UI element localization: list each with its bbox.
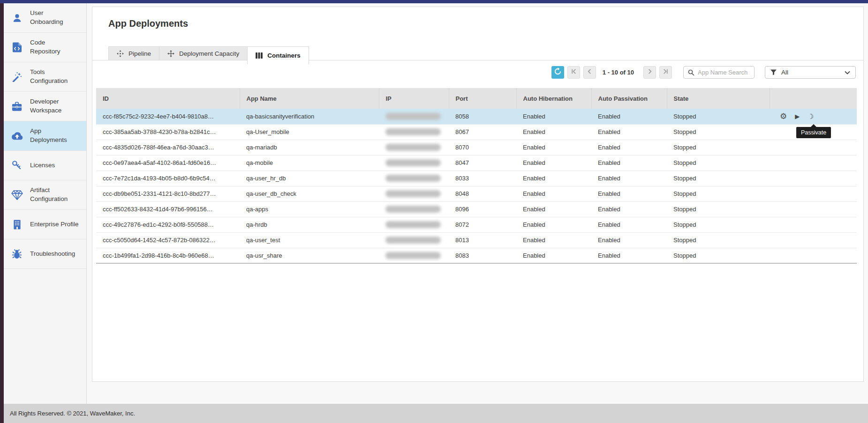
sidebar-item-user-onboarding[interactable]: User Onboarding: [4, 3, 86, 33]
last-page-button[interactable]: [659, 66, 672, 79]
cell-state: Stopped: [667, 124, 770, 140]
table-row[interactable]: ccc-c5050d64-1452-4c57-872b-086322…qa-us…: [96, 232, 857, 248]
table-row[interactable]: ccc-4835d026-788f-46ea-a76d-30aac3…qa-ma…: [96, 140, 857, 155]
refresh-button[interactable]: [551, 66, 564, 79]
cell-ip: [379, 109, 449, 124]
user-icon: [11, 13, 23, 23]
cell-state: Stopped: [667, 109, 770, 124]
cell-state: Stopped: [667, 232, 770, 248]
moon-icon[interactable]: ☾: [808, 113, 814, 120]
sidebar-item-troubleshooting[interactable]: Troubleshooting: [4, 239, 86, 269]
tab-containers[interactable]: Containers: [247, 46, 309, 64]
cell-actions: [770, 248, 857, 263]
cell-id: ccc-49c27876-ed1c-4292-b0f8-550588…: [96, 217, 240, 232]
cell-id: ccc-385aa5ab-3788-4230-b78a-b2841c…: [96, 124, 240, 140]
cell-app-name: qa-usr_share: [240, 248, 379, 263]
cell-app-name: qa-mobile: [240, 155, 379, 171]
redacted-ip-value: [385, 159, 441, 166]
search-input[interactable]: [698, 69, 750, 76]
cell-auto-passivation: Enabled: [591, 109, 667, 124]
table-row[interactable]: ccc-1b499fa1-2d98-416b-8c4b-960e68…qa-us…: [96, 248, 857, 263]
cell-id: ccc-c5050d64-1452-4c57-872b-086322…: [96, 232, 240, 248]
table-row[interactable]: ccc-f85c75c2-9232-4ee7-b404-9810a8…qa-ba…: [96, 109, 857, 124]
cell-app-name: qa-basicsanityverification: [240, 109, 379, 124]
sidebar-item-app-deployments[interactable]: App Deployments: [4, 121, 86, 151]
columns-icon: [256, 52, 263, 59]
sidebar-item-label: Troubleshooting: [30, 250, 75, 259]
cell-auto-hibernation: Enabled: [516, 155, 591, 171]
cell-id: ccc-ff502633-8432-41d4-97b6-996156…: [96, 201, 240, 217]
sidebar-item-artifact-configuration[interactable]: Artifact Configuration: [4, 180, 86, 210]
next-page-button[interactable]: [643, 66, 656, 79]
next-page-icon: [646, 68, 653, 77]
table-header-row: IDApp NameIPPortAuto HibernationAuto Pas…: [96, 88, 857, 109]
cell-actions: [770, 201, 857, 217]
cell-auto-passivation: Enabled: [591, 124, 667, 140]
first-page-button[interactable]: [567, 66, 580, 79]
cell-id: ccc-7e72c1da-4193-4b05-b8d0-6b9c54…: [96, 171, 240, 186]
cell-auto-hibernation: Enabled: [516, 186, 591, 201]
copyright-text: All Rights Reserved. © 2021, WaveMaker, …: [10, 410, 135, 417]
passivate-tooltip: Passivate: [796, 127, 831, 138]
sidebar-item-label: Artifact Configuration: [30, 186, 68, 204]
cell-port: 8013: [449, 232, 516, 248]
table-row[interactable]: ccc-db9be051-2331-4121-8c10-8bd277…qa-us…: [96, 186, 857, 201]
page-title: App Deployments: [108, 18, 188, 29]
table-row[interactable]: ccc-385aa5ab-3788-4230-b78a-b2841c…qa-Us…: [96, 124, 857, 140]
tab-deployment-capacity[interactable]: Deployment Capacity: [159, 46, 247, 60]
cell-ip: [379, 124, 449, 140]
column-header-auto-passivation: Auto Passivation: [591, 88, 667, 109]
column-header-actions: [770, 88, 857, 109]
cell-auto-passivation: Enabled: [591, 217, 667, 232]
cell-auto-hibernation: Enabled: [516, 140, 591, 155]
previous-page-button[interactable]: [583, 66, 596, 79]
cell-state: Stopped: [667, 186, 770, 201]
sidebar-item-label: Code Repository: [30, 38, 60, 56]
sidebar-item-code-repository[interactable]: Code Repository: [4, 33, 86, 62]
table-row[interactable]: ccc-0e97aea4-a5af-4102-86a1-fd60e16…qa-m…: [96, 155, 857, 171]
redacted-ip-value: [385, 237, 441, 244]
play-icon[interactable]: ▶: [795, 113, 800, 119]
filter-value: All: [781, 69, 788, 76]
previous-page-icon: [586, 68, 593, 77]
pipeline-icon: [117, 50, 124, 57]
cell-state: Stopped: [667, 155, 770, 171]
cell-port: 8033: [449, 171, 516, 186]
chevron-down-icon: [845, 71, 850, 74]
cell-state: Stopped: [667, 201, 770, 217]
last-page-icon: [662, 68, 669, 77]
bug-icon: [11, 249, 23, 259]
tab-pipeline[interactable]: Pipeline: [108, 46, 159, 60]
sidebar: User OnboardingCode RepositoryTools Conf…: [4, 3, 87, 404]
sidebar-item-enterprise-profile[interactable]: Enterprise Profile: [4, 210, 86, 239]
cell-app-name: qa-user_db_check: [240, 186, 379, 201]
magic-wand-icon: [11, 72, 23, 82]
cell-auto-hibernation: Enabled: [516, 109, 591, 124]
cell-auto-passivation: Enabled: [591, 248, 667, 263]
cell-id: ccc-0e97aea4-a5af-4102-86a1-fd60e16…: [96, 155, 240, 171]
sidebar-item-tools-configuration[interactable]: Tools Configuration: [4, 62, 86, 92]
table-row[interactable]: ccc-7e72c1da-4193-4b05-b8d0-6b9c54…qa-us…: [96, 171, 857, 186]
key-icon: [11, 160, 23, 171]
cell-port: 8048: [449, 186, 516, 201]
footer: All Rights Reserved. © 2021, WaveMaker, …: [4, 404, 868, 423]
cell-actions: [770, 171, 857, 186]
table-row[interactable]: ccc-49c27876-ed1c-4292-b0f8-550588…qa-hr…: [96, 217, 857, 232]
sidebar-item-developer-workspace[interactable]: Developer Workspace: [4, 92, 86, 121]
cell-state: Stopped: [667, 171, 770, 186]
state-filter-select[interactable]: All: [765, 66, 856, 79]
column-header-port: Port: [449, 88, 516, 109]
move-icon: [167, 50, 174, 57]
gear-icon[interactable]: ⚙: [780, 112, 787, 120]
cell-port: 8072: [449, 217, 516, 232]
table-row[interactable]: ccc-ff502633-8432-41d4-97b6-996156…qa-ap…: [96, 201, 857, 217]
briefcase-icon: [11, 102, 23, 111]
sidebar-item-label: Licenses: [30, 161, 55, 170]
cell-port: 8096: [449, 201, 516, 217]
cell-auto-passivation: Enabled: [591, 186, 667, 201]
containers-table: IDApp NameIPPortAuto HibernationAuto Pas…: [96, 88, 857, 264]
sidebar-item-licenses[interactable]: Licenses: [4, 151, 86, 180]
tab-bar: PipelineDeployment CapacityContainers: [92, 46, 863, 64]
cell-ip: [379, 217, 449, 232]
cell-port: 8083: [449, 248, 516, 263]
